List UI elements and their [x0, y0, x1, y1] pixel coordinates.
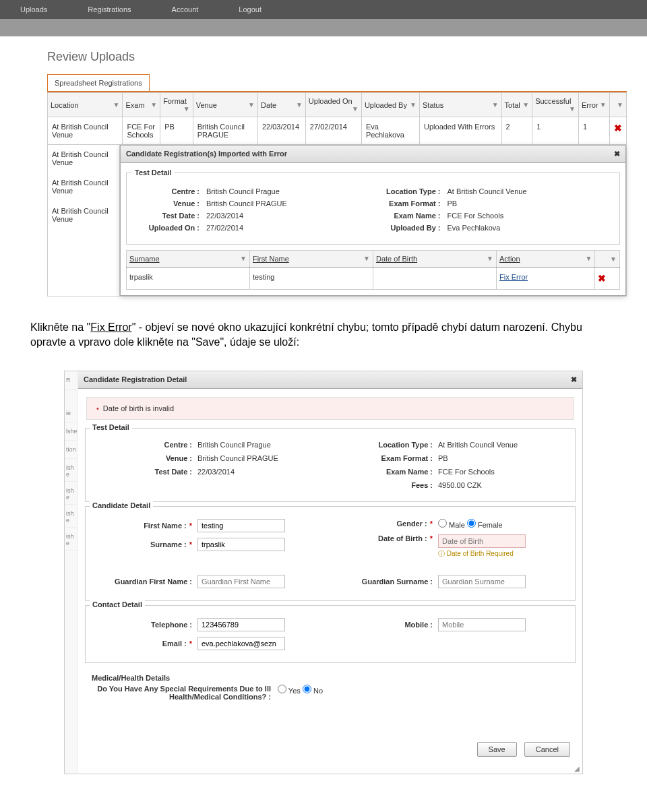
table-row[interactable]: At British Council Venue At British Coun…: [48, 145, 627, 296]
label-exam-format: Exam Format :: [373, 199, 448, 208]
label-exam-name: Exam Name :: [373, 212, 448, 220]
resize-grip-icon[interactable]: ◢: [78, 765, 582, 774]
col-venue[interactable]: Venue▼: [193, 93, 257, 117]
col-status[interactable]: Status▼: [420, 93, 502, 117]
fieldset-medical: Medical/Health Details: [89, 674, 572, 682]
delete-icon[interactable]: ✖: [598, 273, 606, 284]
filter-icon[interactable]: ▼: [610, 255, 617, 263]
error-subgrid: Surname▼ First Name▼ Date of Birth▼ Acti…: [126, 250, 620, 290]
filter-icon[interactable]: ▼: [240, 255, 247, 262]
nav-account[interactable]: Account: [152, 5, 219, 13]
filter-icon[interactable]: ▼: [492, 101, 499, 108]
label-uploaded-by: Uploaded By :: [373, 224, 448, 232]
value-venue: British Council PRAGUE: [206, 199, 373, 208]
filter-icon[interactable]: ▼: [522, 101, 529, 108]
surname-input[interactable]: [197, 538, 285, 551]
label-gender: Gender :: [396, 520, 427, 528]
guardian-first-input[interactable]: [197, 575, 285, 588]
label-centre: Centre :: [132, 187, 206, 195]
filter-icon[interactable]: ▼: [352, 105, 359, 113]
label-location-type: Location Type :: [330, 441, 438, 449]
cell-location: At British Council Venue: [52, 150, 115, 166]
cell-total: 2: [501, 117, 532, 145]
col-exam[interactable]: Exam▼: [123, 93, 160, 117]
first-name-input[interactable]: [197, 519, 285, 532]
filter-icon[interactable]: ▼: [569, 105, 576, 113]
modal-header: Candidate Registration(s) Imported with …: [121, 146, 625, 163]
cell-error: 1: [579, 117, 610, 145]
value-exam-name: FCE For Schools: [438, 468, 495, 476]
filter-icon[interactable]: ▼: [113, 101, 120, 108]
col-first-name[interactable]: First Name: [253, 255, 289, 263]
fieldset-test-detail: Test Detail: [90, 423, 132, 431]
col-surname[interactable]: Surname: [129, 255, 160, 263]
medical-no-radio[interactable]: [303, 685, 311, 693]
label-guardian-first: Guardian First Name :: [90, 577, 197, 586]
filter-icon[interactable]: ▼: [487, 255, 493, 262]
filter-icon[interactable]: ▼: [248, 101, 255, 108]
col-date[interactable]: Date▼: [257, 93, 305, 117]
filter-icon[interactable]: ▼: [183, 105, 190, 113]
col-successful[interactable]: Successful▼: [532, 93, 579, 117]
nav-logout[interactable]: Logout: [218, 5, 282, 13]
col-action[interactable]: ▼: [609, 93, 626, 117]
col-location[interactable]: Location▼: [48, 93, 123, 117]
col-total[interactable]: Total▼: [501, 93, 532, 117]
col-format[interactable]: Format▼: [160, 93, 193, 117]
uploads-grid: Location▼ Exam▼ Format▼ Venue▼ Date▼ Upl…: [47, 92, 627, 296]
value-location-type: At British Council Venue: [438, 441, 518, 449]
cancel-button[interactable]: Cancel: [524, 742, 570, 757]
label-test-date: Test Date :: [132, 212, 206, 220]
filter-icon[interactable]: ▼: [363, 255, 370, 262]
cell-location: At British Council Venue: [48, 117, 123, 145]
filter-icon[interactable]: ▼: [150, 101, 157, 108]
medical-yes-radio[interactable]: [278, 685, 286, 693]
table-row[interactable]: trpaslik testing Fix Error ✖: [127, 268, 620, 290]
col-uploaded-on[interactable]: Uploaded On▼: [305, 93, 361, 117]
cell-uploaded-on: 27/02/2014: [305, 117, 361, 145]
nav-uploads[interactable]: Uploads: [0, 5, 67, 13]
label-telephone: Telephone :: [90, 621, 197, 629]
dob-input[interactable]: [438, 534, 526, 548]
label-venue: Venue :: [90, 454, 197, 462]
label-test-date: Test Date :: [90, 468, 197, 476]
gender-female-radio[interactable]: [467, 519, 476, 528]
nav-registrations[interactable]: Registrations: [67, 5, 151, 13]
save-button[interactable]: Save: [477, 742, 517, 757]
value-venue: British Council PRAGUE: [197, 454, 278, 462]
col-dob[interactable]: Date of Birth: [376, 255, 417, 263]
close-icon[interactable]: ✖: [571, 375, 577, 384]
col-action[interactable]: Action: [499, 255, 520, 263]
filter-icon[interactable]: ▼: [296, 101, 303, 108]
label-mobile: Mobile :: [330, 621, 438, 629]
col-uploaded-by[interactable]: Uploaded By▼: [361, 93, 419, 117]
value-centre: British Council Prague: [197, 441, 271, 449]
cell-uploaded-by: Eva Pechlakova: [361, 117, 419, 145]
filter-icon[interactable]: ▼: [585, 255, 592, 262]
email-input[interactable]: [197, 637, 285, 650]
fieldset-contact-detail: Contact Detail: [90, 600, 145, 608]
instruction-text: Klikněte na "Fix Error" - objeví se nové…: [0, 296, 647, 371]
cell-venue: British Council PRAGUE: [193, 117, 257, 145]
tab-spreadsheet-registrations[interactable]: Spreadsheet Registrations: [47, 74, 150, 91]
filter-icon[interactable]: ▼: [600, 101, 607, 108]
fix-error-link[interactable]: Fix Error: [499, 273, 528, 281]
filter-icon[interactable]: ▼: [617, 101, 623, 108]
delete-icon[interactable]: ✖: [614, 123, 622, 133]
table-row[interactable]: At British Council Venue FCE For Schools…: [48, 117, 627, 145]
cell-location: At British Council Venue: [52, 179, 115, 195]
gender-male-radio[interactable]: [438, 519, 447, 528]
top-nav: Uploads Registrations Account Logout: [0, 0, 647, 19]
label-centre: Centre :: [90, 441, 197, 449]
value-test-date: 22/03/2014: [197, 468, 235, 476]
mobile-input[interactable]: [438, 618, 526, 631]
modal-header: Candidate Registration Detail ✖: [78, 371, 582, 389]
col-error[interactable]: Error▼: [579, 93, 610, 117]
filter-icon[interactable]: ▼: [410, 101, 417, 108]
close-icon[interactable]: ✖: [614, 150, 620, 158]
label-dob: Date of Birth :: [378, 534, 427, 542]
guardian-surname-input[interactable]: [438, 575, 526, 588]
label-guardian-surname: Guardian Surname :: [330, 577, 438, 586]
telephone-input[interactable]: [197, 618, 285, 631]
cell-surname: trpaslik: [127, 268, 250, 290]
